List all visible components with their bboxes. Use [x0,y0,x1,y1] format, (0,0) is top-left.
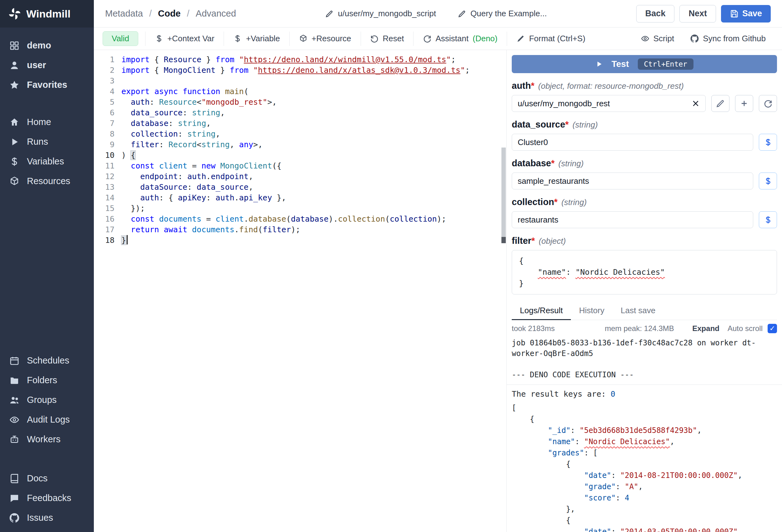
sidebar-item-user[interactable]: user [0,55,94,75]
sidebar-item-resources[interactable]: Resources [0,171,94,191]
sidebar-group-0: demouserFavorites [0,36,94,95]
script-summary[interactable]: Query the Example... [458,9,547,18]
line-number: 12 [94,171,114,182]
tab-history[interactable]: History [571,302,612,320]
database-variable-button[interactable] [759,173,777,189]
sidebar-item-docs[interactable]: Docs [0,468,94,488]
line-number: 5 [94,97,114,108]
line-number: 13 [94,182,114,193]
code-line-7: 7 database: string, [94,118,506,129]
next-button[interactable]: Next [679,5,716,23]
filter-json-line: { [519,255,770,267]
toolbar-context-var[interactable]: +Context Var [145,32,224,46]
toolbar-sync-from-github[interactable]: Sync from Github [682,32,774,46]
tab-code[interactable]: Code [158,8,181,19]
toolbar-assistant[interactable]: Assistant (Deno) [413,32,507,46]
field-collection: collection* (string) restaurants [512,197,777,228]
required-star: * [531,236,535,246]
sidebar-item-groups[interactable]: Groups [0,390,94,410]
sidebar-item-audit-logs[interactable]: Audit Logs [0,410,94,429]
code-line-14: 14 auth: { apiKey: auth.api_key }, [94,193,506,203]
editor-scrollbar[interactable] [501,148,506,241]
tab-advanced[interactable]: Advanced [196,8,236,19]
script-path[interactable]: u/user/my_mongodb_script [325,9,436,18]
add-resource-button[interactable] [735,95,753,112]
edit-resource-button[interactable] [711,95,730,112]
line-number: 17 [94,224,114,235]
back-button[interactable]: Back [636,5,675,23]
sidebar-item-label: Variables [27,156,64,166]
tab-last-save[interactable]: Last save [612,302,664,320]
script-path-text: u/user/my_mongodb_script [338,9,436,18]
breadcrumb-separator: / [180,8,196,19]
script-summary-text: Query the Example... [470,9,547,18]
dollar-icon [233,34,242,43]
toolbar-label: +Context Var [167,34,215,43]
app-logo[interactable]: Windmill [0,0,94,28]
sidebar-item-label: user [27,60,46,70]
clear-icon[interactable] [691,100,700,108]
code-editor[interactable]: 1import { Resource } from "https://deno.… [94,50,507,532]
save-button[interactable]: Save [721,5,771,23]
pencil-icon [325,10,333,18]
filter-json-editor[interactable]: { "name": "Nordic Delicacies"} [512,250,777,295]
database-input[interactable]: sample_restaurants [512,173,753,189]
code-line-8: 8 collection: string, [94,129,506,140]
result-json: [ { "_id": "5eb3d668b31de5d588f4293b", "… [512,402,777,532]
field-collection-label: collection* (string) [512,197,777,207]
app-name: Windmill [26,8,70,20]
toolbar-label: Sync from Github [703,34,766,43]
field-meta: (object) [539,236,566,246]
sidebar-item-runs[interactable]: Runs [0,132,94,152]
test-button[interactable]: Test Ctrl+Enter [512,55,777,73]
sidebar-item-folders[interactable]: Folders [0,370,94,390]
field-filter: filter* (object) { "name": "Nordic Delic… [512,236,777,295]
test-label: Test [611,59,629,69]
users-icon [9,395,20,405]
auto-scroll-checkbox[interactable]: ✓ [768,324,777,333]
sidebar-item-variables[interactable]: Variables [0,152,94,171]
field-meta: (string) [572,120,598,130]
field-name: data_source [512,119,565,130]
result-json-line: { [512,459,777,470]
play-icon [9,137,20,147]
code-line-11: 11 const client = new MongoClient({ [94,161,506,171]
home-icon [9,117,20,127]
play-icon [595,60,603,68]
toolbar-script[interactable]: Script [633,32,682,46]
toolbar-resource[interactable]: +Resource [289,32,360,46]
field-data-source-label: data_source* (string) [512,119,777,130]
code-line-10: 10) { [94,150,506,161]
auto-scroll-label: Auto scroll [727,324,762,333]
toolbar-format-ctrl-s[interactable]: Format (Ctrl+S) [507,32,595,46]
result-json-line: "date": "2014-03-05T00:00:00.000Z", [512,526,777,532]
dollar-icon [764,138,772,147]
sidebar-item-schedules[interactable]: Schedules [0,351,94,370]
sidebar-item-issues[interactable]: Issues [0,508,94,528]
code-line-1: 1import { Resource } from "https://deno.… [94,54,506,65]
sidebar-item-feedbacks[interactable]: Feedbacks [0,488,94,508]
data-source-variable-button[interactable] [759,134,777,151]
data-source-input[interactable]: Cluster0 [512,134,753,151]
code-line-6: 6 data_source: string, [94,108,506,118]
sidebar-item-workers[interactable]: Workers [0,429,94,449]
auth-input[interactable]: u/user/my_mongodb_rest [512,95,706,112]
result-summary: The result keys are: 0 [512,388,777,400]
sidebar-item-demo[interactable]: demo [0,36,94,55]
sidebar-item-favorites[interactable]: Favorites [0,75,94,95]
sidebar-item-home[interactable]: Home [0,112,94,132]
expand-button[interactable]: Expand [692,324,719,333]
collection-variable-button[interactable] [759,211,777,228]
refresh-resource-button[interactable] [759,95,777,112]
collection-input[interactable]: restaurants [512,211,753,228]
sidebar-item-label: Workers [27,434,60,445]
toolbar-reset[interactable]: Reset [361,32,414,46]
tab-metadata[interactable]: Metadata [105,8,143,19]
log-line [512,359,777,370]
sidebar-item-label: Folders [27,375,57,385]
boxes-icon [299,34,308,43]
bot-icon [9,434,20,445]
toolbar-variable[interactable]: +Variable [224,32,289,46]
toolbar-label: Reset [383,34,404,43]
tab-logs-result[interactable]: Logs/Result [512,302,571,320]
